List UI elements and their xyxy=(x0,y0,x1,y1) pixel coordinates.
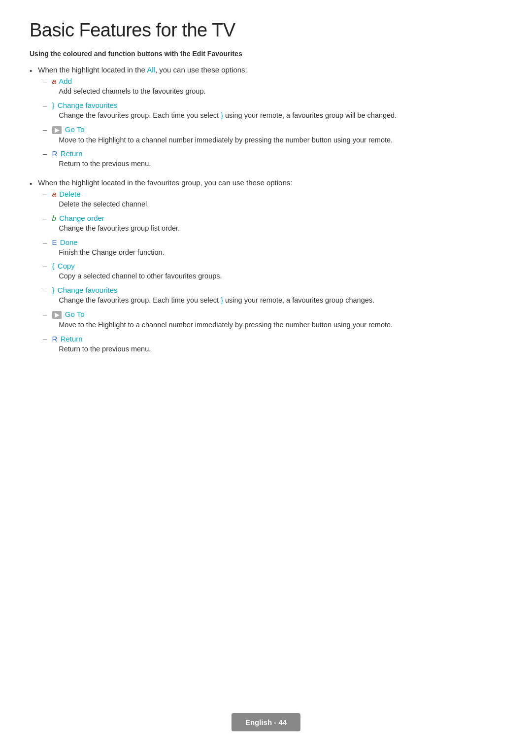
list-item: – ▶ Go To Move to the Highlight to a cha… xyxy=(38,125,502,146)
item-description: Change the favourites group list order. xyxy=(43,223,502,234)
list-item: – a Delete Delete the selected channel. xyxy=(38,190,502,210)
brace-label-2: } xyxy=(52,286,57,294)
item-name: Go To xyxy=(65,310,85,318)
item-label: a Delete xyxy=(52,190,81,198)
dash: – xyxy=(43,310,47,318)
section1-intro: When the highlight located in the All, y… xyxy=(38,66,247,74)
item-description: Change the favourites group. Each time y… xyxy=(43,295,502,306)
dash: – xyxy=(43,77,47,85)
list-item: – R Return Return to the previous menu. xyxy=(38,149,502,170)
dash: – xyxy=(43,262,47,270)
list-item: – ▶ Go To Move to the Highlight to a cha… xyxy=(38,310,502,331)
list-item: – b Change order Change the favourites g… xyxy=(38,214,502,234)
sub-list-1: – a Add Add selected channels to the fav… xyxy=(38,77,502,170)
e-label: E xyxy=(52,238,57,246)
item-description: Add selected channels to the favourites … xyxy=(43,86,502,97)
dash: – xyxy=(43,286,47,294)
dash-line: – ▶ Go To xyxy=(43,310,502,319)
item-description: Return to the previous menu. xyxy=(43,159,502,170)
item-label: ▶ Go To xyxy=(52,125,85,134)
list-item: • When the highlight located in the All,… xyxy=(30,66,502,173)
item-name: Return xyxy=(61,149,83,158)
item-name: Go To xyxy=(65,125,85,134)
item-name: Delete xyxy=(59,190,80,198)
main-list: • When the highlight located in the All,… xyxy=(30,66,502,358)
item-label: { Copy xyxy=(52,262,75,270)
item-name: Copy xyxy=(58,262,75,270)
list-item: – a Add Add selected channels to the fav… xyxy=(38,77,502,97)
page-title: Basic Features for the TV xyxy=(30,20,502,41)
list-item: – R Return Return to the previous menu. xyxy=(38,335,502,355)
sub-list-2: – a Delete Delete the selected channel. … xyxy=(38,190,502,354)
item-label: } Change favourites xyxy=(52,101,118,109)
list-item: – { Copy Copy a selected channel to othe… xyxy=(38,262,502,282)
item-name: Change favourites xyxy=(58,101,118,109)
goto-label-2: ▶ xyxy=(55,311,59,318)
dash-line: – a Delete xyxy=(43,190,502,198)
list-item: – } Change favourites Change the favouri… xyxy=(38,286,502,306)
dash-line: – { Copy xyxy=(43,262,502,270)
dash: – xyxy=(43,101,47,109)
b-label: b xyxy=(52,214,56,222)
brace-label: } xyxy=(52,101,57,109)
item-name: Done xyxy=(60,238,78,246)
dash-line: – } Change favourites xyxy=(43,286,502,294)
item-description: Return to the previous menu. xyxy=(43,344,502,355)
inline-brace-2: } xyxy=(221,296,223,304)
item-label: ▶ Go To xyxy=(52,310,85,319)
r-label-2: R xyxy=(52,335,58,343)
inline-brace: } xyxy=(221,111,223,119)
dash-line: – E Done xyxy=(43,238,502,246)
section2-intro: When the highlight located in the favour… xyxy=(38,178,292,187)
list-item: – } Change favourites Change the favouri… xyxy=(38,101,502,121)
bullet-dot: • xyxy=(30,179,32,188)
item-label: a Add xyxy=(52,77,72,85)
item-description: Move to the Highlight to a channel numbe… xyxy=(43,320,502,331)
footer-label: English - 44 xyxy=(232,713,300,731)
a-label: a xyxy=(52,190,56,198)
dash: – xyxy=(43,335,47,343)
dash-line: – ▶ Go To xyxy=(43,125,502,134)
item-label: E Done xyxy=(52,238,78,246)
item-description: Change the favourites group. Each time y… xyxy=(43,110,502,121)
bullet-dot: • xyxy=(30,67,32,75)
goto-label: ▶ xyxy=(55,127,59,134)
dash-line: – R Return xyxy=(43,149,502,158)
a-label: a xyxy=(52,77,56,85)
item-label: b Change order xyxy=(52,214,104,222)
dash: – xyxy=(43,149,47,158)
subtitle: Using the coloured and function buttons … xyxy=(30,50,502,58)
dash: – xyxy=(43,190,47,198)
item-description: Delete the selected channel. xyxy=(43,199,502,210)
dash: – xyxy=(43,238,47,246)
item-name: Return xyxy=(61,335,83,343)
bullet-content: When the highlight located in the favour… xyxy=(38,178,502,358)
dash-line: – b Change order xyxy=(43,214,502,222)
brace-open-label: { xyxy=(52,262,57,270)
dash-line: – a Add xyxy=(43,77,502,85)
dash-line: – R Return xyxy=(43,335,502,343)
goto-box-2: ▶ xyxy=(52,311,62,319)
r-label: R xyxy=(52,149,58,158)
item-name: Change favourites xyxy=(58,286,118,294)
item-description: Move to the Highlight to a channel numbe… xyxy=(43,135,502,146)
dash-line: – } Change favourites xyxy=(43,101,502,109)
dash: – xyxy=(43,125,47,134)
all-highlight: All xyxy=(147,66,155,74)
item-label: } Change favourites xyxy=(52,286,118,294)
item-description: Finish the Change order function. xyxy=(43,247,502,258)
bullet-content: When the highlight located in the All, y… xyxy=(38,66,502,173)
list-item: • When the highlight located in the favo… xyxy=(30,178,502,358)
item-description: Copy a selected channel to other favouri… xyxy=(43,271,502,282)
dash: – xyxy=(43,214,47,222)
item-name: Add xyxy=(59,77,72,85)
list-item: – E Done Finish the Change order functio… xyxy=(38,238,502,258)
item-name: Change order xyxy=(59,214,104,222)
item-label: R Return xyxy=(52,149,83,158)
goto-box: ▶ xyxy=(52,126,62,134)
item-label: R Return xyxy=(52,335,83,343)
